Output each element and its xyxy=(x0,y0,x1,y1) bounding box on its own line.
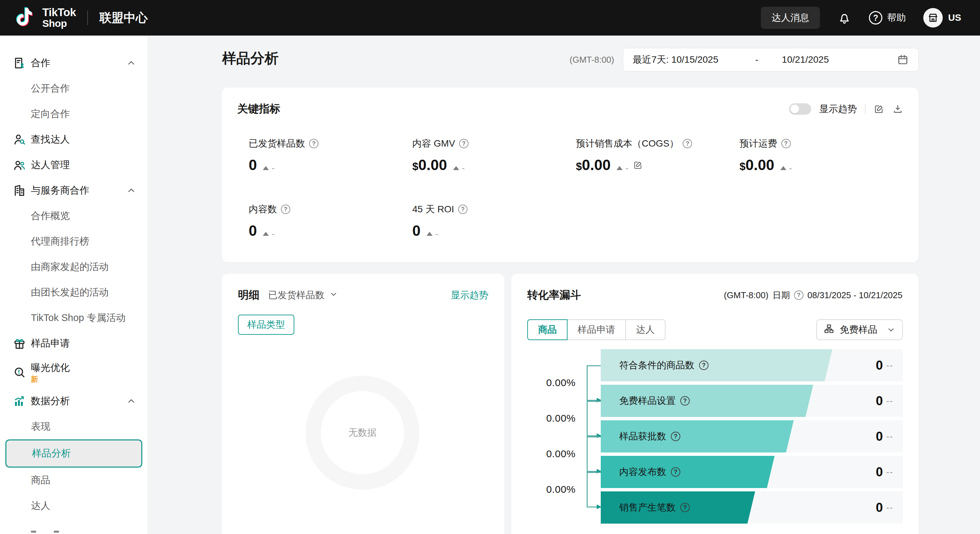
funnel-tab-group: 商品 样品申请 达人 xyxy=(527,319,665,340)
sidebar-item-sample-analysis[interactable]: 样品分析 xyxy=(5,439,142,467)
controls-divider xyxy=(865,104,865,114)
top-bar: TikTok Shop 联盟中心 达人消息 ? 帮助 xyxy=(0,0,980,35)
date-range-end: 10/21/2025 xyxy=(782,54,829,65)
delta-up-icon xyxy=(453,166,459,170)
question-icon[interactable]: ? xyxy=(671,432,680,441)
funnel-step-eligible-products: 符合条件的商品数? 0-- xyxy=(601,349,903,381)
conversion-rate: 0.00% xyxy=(518,448,576,459)
question-icon[interactable]: ? xyxy=(459,139,469,148)
funnel-date-label: 日期 xyxy=(773,289,790,301)
sidebar-item-leader-campaigns[interactable]: 由团长发起的活动 xyxy=(0,280,148,305)
delta-up-icon xyxy=(426,232,433,236)
chevron-up-icon[interactable] xyxy=(126,186,136,195)
delta-up-icon xyxy=(263,232,269,236)
sidebar-item-tts-exclusive-campaigns[interactable]: TikTok Shop 专属活动 xyxy=(0,305,148,331)
funnel-step-sales-orders: 销售产生笔数? 0-- xyxy=(601,491,903,524)
question-icon[interactable]: ? xyxy=(680,396,690,405)
timezone-label: (GMT-8:00) xyxy=(570,55,614,65)
conversion-rate: 0.00% xyxy=(518,484,576,495)
question-icon[interactable]: ? xyxy=(458,205,468,214)
topbar-divider xyxy=(87,10,88,25)
conversion-rate: 0.00% xyxy=(518,413,576,424)
sidebar-item-open-collab[interactable]: 公开合作 xyxy=(0,76,148,101)
chevron-up-icon[interactable] xyxy=(126,58,136,68)
sidebar-item-service-providers[interactable]: 与服务商合作 xyxy=(0,178,148,203)
funnel-timezone: (GMT-8:00) xyxy=(724,290,768,300)
exposure-search-icon xyxy=(12,365,27,380)
funnel-card-title: 转化率漏斗 xyxy=(527,288,581,302)
funnel-step-approved-samples: 样品获批数? 0-- xyxy=(601,420,903,453)
calendar-icon xyxy=(897,54,909,66)
sidebar-nav: 合作 公开合作 定向合作 查找达人 达人管理 xyxy=(0,35,148,534)
breakdown-donut-chart: 无数据 xyxy=(305,376,420,490)
sidebar-item-products[interactable]: 商品 xyxy=(0,467,148,493)
tab-products[interactable]: 商品 xyxy=(527,319,568,340)
metric-shipping-cost: 预计运费? $0.00 - xyxy=(740,137,904,173)
funnel-connector-arrow xyxy=(587,401,601,436)
conversion-funnel-card: 转化率漏斗 (GMT-8:00) 日期 ? 08/31/2025 - 10/21… xyxy=(511,274,919,534)
conversion-rate: 0.00% xyxy=(518,377,576,388)
doc-person-icon xyxy=(12,56,27,70)
question-icon[interactable]: ? xyxy=(680,503,690,512)
show-trend-toggle[interactable] xyxy=(789,103,811,115)
sidebar-item-targeted-collab[interactable]: 定向合作 xyxy=(0,101,148,127)
tiktok-shop-logo[interactable]: TikTok Shop xyxy=(15,6,76,30)
funnel-connector-arrow xyxy=(587,365,601,401)
brand-wordmark: TikTok Shop xyxy=(42,7,76,29)
sidebar-item-data-analysis[interactable]: 数据分析 xyxy=(0,388,148,414)
show-trend-label: 显示趋势 xyxy=(819,103,857,115)
funnel-connector-arrow xyxy=(587,472,601,507)
breakdown-card-title: 明细 xyxy=(238,288,259,302)
question-icon[interactable]: ? xyxy=(781,139,791,148)
sidebar-item-cooperation[interactable]: 合作 xyxy=(0,50,148,76)
page-title: 样品分析 xyxy=(222,49,278,68)
creator-messages-button[interactable]: 达人消息 xyxy=(761,7,820,29)
account-region[interactable]: US xyxy=(923,8,961,27)
gift-icon xyxy=(12,336,27,351)
tab-sample-requests[interactable]: 样品申请 xyxy=(567,319,626,340)
breakdown-metric-selector[interactable]: 已发货样品数 xyxy=(268,289,338,302)
sidebar-item-performance[interactable]: 表现 xyxy=(0,414,148,439)
date-range-picker[interactable]: 最近7天: 10/15/2025 - 10/21/2025 xyxy=(623,48,919,72)
sidebar-item-merchant-campaigns[interactable]: 由商家发起的活动 xyxy=(0,254,148,280)
sidebar-item-sample-requests[interactable]: 样品申请 xyxy=(0,331,148,356)
sidebar-item-creators[interactable]: 达人 xyxy=(0,493,148,518)
sidebar-item-agency-ranking[interactable]: 代理商排行榜 xyxy=(0,229,148,254)
sample-type-dropdown[interactable]: 免费样品 xyxy=(816,319,903,340)
chevron-down-icon xyxy=(329,290,338,301)
question-icon[interactable]: ? xyxy=(699,361,708,370)
product-name: 联盟中心 xyxy=(99,10,148,26)
question-icon[interactable]: ? xyxy=(281,205,290,214)
no-data-label: 无数据 xyxy=(305,376,420,490)
notification-bell-icon[interactable] xyxy=(837,11,851,25)
sidebar-item-creator-management[interactable]: 达人管理 xyxy=(0,152,148,178)
bar-chart-icon xyxy=(12,394,27,408)
show-trend-link[interactable]: 显示趋势 xyxy=(451,289,488,302)
question-icon[interactable]: ? xyxy=(682,139,692,148)
sidebar-item-collab-overview[interactable]: 合作概览 xyxy=(0,203,148,229)
people-icon xyxy=(12,157,27,172)
question-icon[interactable]: ? xyxy=(794,291,803,300)
sidebar-item-cutoff[interactable] xyxy=(31,531,59,534)
help-button[interactable]: ? 帮助 xyxy=(869,11,906,24)
metric-content-gmv: 内容 GMV? $0.00 - xyxy=(412,137,576,173)
sidebar-item-exposure-optimization[interactable]: 曝光优化 新 xyxy=(0,356,148,388)
dropdown-value: 免费样品 xyxy=(840,323,877,336)
edit-cogs-icon[interactable] xyxy=(633,160,643,170)
tab-creators[interactable]: 达人 xyxy=(625,319,665,340)
region-label: US xyxy=(948,13,961,23)
help-icon: ? xyxy=(869,11,882,24)
question-icon[interactable]: ? xyxy=(309,139,318,148)
sidebar-item-find-creators[interactable]: 查找达人 xyxy=(0,127,148,152)
metric-45d-roi: 45 天 ROI? 0 - xyxy=(412,203,576,239)
edit-metrics-icon[interactable] xyxy=(873,104,885,114)
metric-content-count: 内容数? 0 - xyxy=(249,203,412,239)
delta-up-icon xyxy=(617,166,622,170)
sample-type-filter-button[interactable]: 样品类型 xyxy=(238,315,294,335)
download-icon[interactable] xyxy=(892,104,903,114)
question-icon[interactable]: ? xyxy=(671,467,680,477)
delta-up-icon xyxy=(263,166,269,170)
funnel-step-free-sample-setup: 免费样品设置? 0-- xyxy=(601,385,903,417)
chevron-up-icon[interactable] xyxy=(126,396,136,406)
main-content: 样品分析 (GMT-8:00) 最近7天: 10/15/2025 - 10/21… xyxy=(148,35,980,534)
